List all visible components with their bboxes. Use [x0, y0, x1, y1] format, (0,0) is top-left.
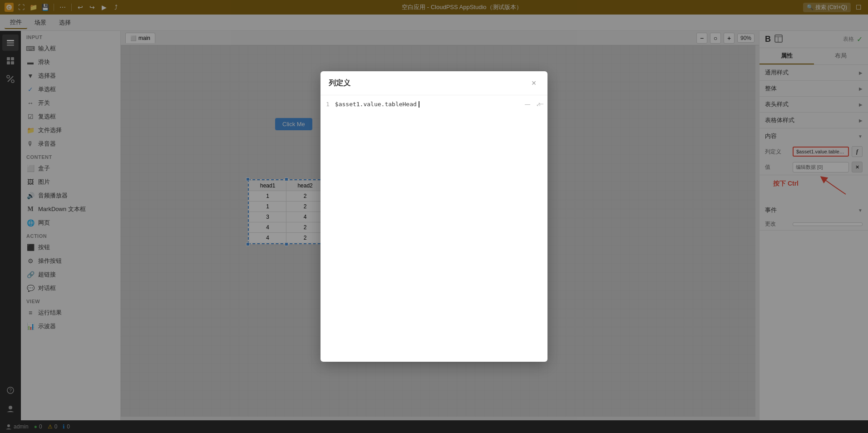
modal-title: 列定义: [329, 79, 350, 88]
modal-overlay[interactable]: 列定义 × — ⤢ ⌐ 1 $asset1.value.tableHead: [0, 0, 868, 433]
modal-header: 列定义 ×: [321, 71, 547, 95]
line-numbers: 1: [326, 101, 330, 353]
code-text: $asset1.value.tableHead: [335, 101, 417, 108]
code-editor[interactable]: 1 $asset1.value.tableHead: [321, 95, 547, 359]
code-line-1: $asset1.value.tableHead: [335, 101, 542, 108]
bracket-icon: ⌐: [539, 100, 544, 108]
editor-minimize-icon[interactable]: —: [523, 100, 532, 109]
modal-body: — ⤢ ⌐ 1 $asset1.value.tableHead: [321, 95, 547, 362]
cursor: [419, 101, 419, 108]
modal-dialog: 列定义 × — ⤢ ⌐ 1 $asset1.value.tableHead: [321, 71, 547, 362]
code-content[interactable]: $asset1.value.tableHead: [335, 101, 542, 353]
line-number-1: 1: [326, 101, 330, 108]
modal-close-btn[interactable]: ×: [528, 78, 539, 89]
